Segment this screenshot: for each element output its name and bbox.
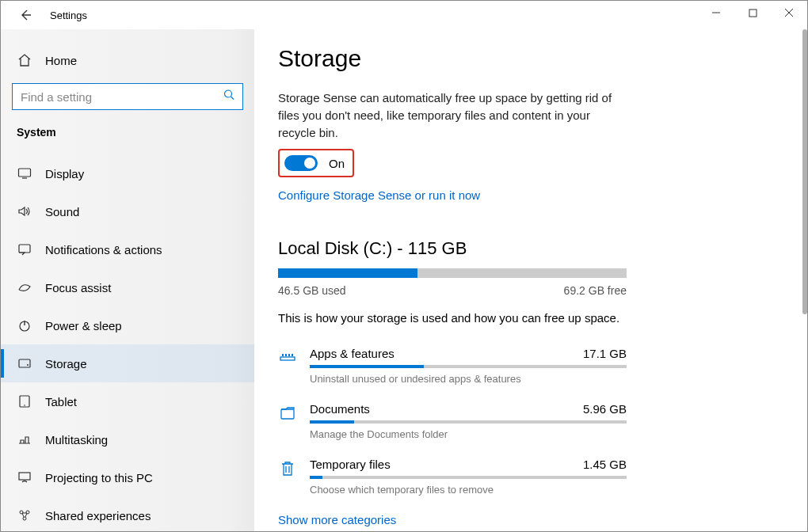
sidebar-home[interactable]: Home [1,45,254,75]
sidebar-section-label: System [1,126,254,139]
close-button[interactable] [771,1,807,25]
category-hint: Choose which temporary files to remove [310,484,627,496]
svg-rect-0 [749,10,757,17]
configure-storage-sense-link[interactable]: Configure Storage Sense or run it now [278,188,480,202]
focus-icon [17,279,32,295]
minimize-button[interactable] [698,1,734,25]
category-hint: Uninstall unused or undesired apps & fea… [310,373,627,385]
category-bar [310,365,627,368]
category-hint: Manage the Documents folder [310,428,627,440]
category-name: Documents [310,402,370,416]
content-pane: Storage Storage Sense can automatically … [254,29,807,531]
sidebar-item-label: Sound [45,205,79,218]
usage-description: This is how your storage is used and how… [278,311,783,325]
category-size: 5.96 GB [583,402,627,416]
maximize-button[interactable] [734,1,771,25]
tablet-icon [17,393,32,409]
svg-rect-17 [292,354,293,356]
svg-rect-9 [19,473,30,480]
close-icon [784,8,794,17]
page-title: Storage [278,45,783,72]
svg-point-6 [27,364,29,366]
window-title: Settings [50,10,87,21]
sidebar-item-focus[interactable]: Focus assist [1,268,254,306]
category-icon [278,348,297,367]
sidebar-item-display[interactable]: Display [1,154,254,192]
sidebar-item-label: Storage [45,357,87,370]
category-name: Temporary files [310,458,391,471]
storage-sense-toggle[interactable] [284,155,318,171]
search-input[interactable] [12,83,243,110]
sidebar-item-sound[interactable]: Sound [1,192,254,230]
sidebar-item-tablet[interactable]: Tablet [1,382,254,420]
notifications-icon [17,241,32,257]
category-size: 1.45 GB [583,458,627,471]
storage-icon [17,355,32,371]
category-item[interactable]: Temporary files1.45 GBChoose which tempo… [278,458,627,496]
category-bar [310,420,627,424]
scrollbar-thumb[interactable] [802,29,807,314]
svg-rect-15 [285,354,287,356]
disk-usage-fill [278,268,417,278]
disk-free-label: 69.2 GB free [564,284,627,297]
storage-sense-description: Storage Sense can automatically free up … [278,89,627,141]
disk-used-label: 46.5 GB used [278,284,346,297]
projecting-icon [17,469,32,485]
sidebar-item-label: Shared experiences [45,509,151,522]
sidebar-item-label: Power & sleep [45,319,122,332]
category-item[interactable]: Documents5.96 GBManage the Documents fol… [278,402,627,440]
sidebar-item-label: Tablet [45,395,77,408]
minimize-icon [711,8,721,17]
svg-rect-18 [281,409,294,419]
sound-icon [17,203,32,219]
category-name: Apps & features [310,347,394,360]
multitasking-icon [17,431,32,447]
sidebar-item-storage[interactable]: Storage [1,344,254,382]
sidebar-item-label: Notifications & actions [45,243,162,256]
svg-rect-13 [280,357,295,360]
display-icon [17,165,32,181]
show-more-categories-link[interactable]: Show more categories [278,513,396,526]
disk-usage-bar [278,268,627,278]
category-icon [278,404,297,423]
sidebar-item-multitasking[interactable]: Multitasking [1,420,254,458]
sidebar-item-notifications[interactable]: Notifications & actions [1,230,254,268]
svg-point-12 [23,517,26,520]
svg-rect-16 [288,354,290,356]
sidebar-item-shared[interactable]: Shared experiences [1,496,254,531]
category-icon [278,459,297,478]
sidebar-item-label: Multitasking [45,433,108,446]
disk-heading: Local Disk (C:) - 115 GB [278,238,783,259]
svg-rect-3 [19,245,30,253]
back-arrow-icon [18,8,32,22]
sidebar-item-label: Display [45,167,84,180]
category-item[interactable]: Apps & features17.1 GBUninstall unused o… [278,347,627,385]
power-icon [17,317,32,333]
sidebar-item-label: Focus assist [45,281,111,294]
storage-sense-toggle-highlight: On [278,149,354,177]
home-label: Home [45,54,77,67]
svg-rect-2 [19,169,31,177]
shared-icon [17,507,32,523]
sidebar: Home System Display Sound Notifications … [1,29,254,531]
sidebar-item-power[interactable]: Power & sleep [1,306,254,344]
sidebar-item-projecting[interactable]: Projecting to this PC [1,458,254,496]
toggle-state-label: On [329,157,345,170]
category-size: 17.1 GB [583,347,627,360]
sidebar-item-label: Projecting to this PC [45,471,153,484]
svg-point-8 [24,405,25,406]
back-button[interactable] [17,6,34,24]
maximize-icon [749,9,757,17]
home-icon [17,52,32,68]
svg-rect-5 [19,359,30,367]
category-bar [310,476,627,479]
svg-rect-14 [282,354,284,356]
